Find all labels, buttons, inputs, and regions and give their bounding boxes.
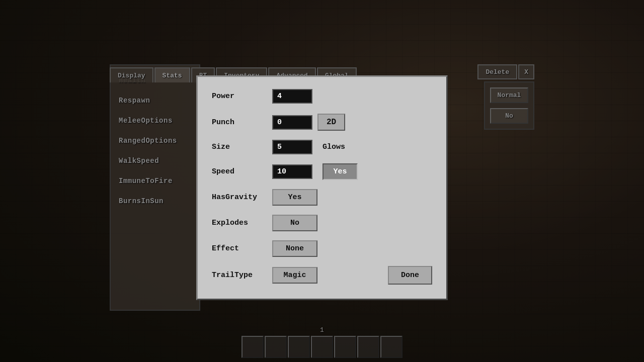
punch-label: Punch [212, 118, 267, 127]
explodes-label: Explodes [212, 219, 267, 227]
power-group: Power [212, 89, 312, 104]
glows-group: Glows [323, 143, 378, 151]
power-label: Power [212, 92, 267, 101]
power-input[interactable] [272, 89, 312, 104]
dialog-overlay: Power Punch 2D Size Glows Speed [0, 0, 644, 362]
punch-input[interactable] [272, 115, 312, 130]
trail-type-button[interactable]: Magic [272, 267, 317, 284]
row-has-gravity: HasGravity Yes [212, 189, 432, 206]
punch-2d-button[interactable]: 2D [317, 114, 345, 131]
row-trail-done: TrailType Magic Done [212, 266, 432, 285]
row-speed-glows-btn: Speed Yes [212, 163, 432, 180]
row-size-glows: Size Glows [212, 140, 432, 154]
has-gravity-label: HasGravity [212, 193, 267, 202]
dialog: Power Punch 2D Size Glows Speed [196, 75, 448, 300]
speed-label: Speed [212, 167, 267, 176]
explodes-button[interactable]: No [272, 215, 317, 231]
size-input[interactable] [272, 140, 312, 154]
effect-button[interactable]: None [272, 240, 317, 257]
size-label: Size [212, 143, 267, 151]
glows-btn-group: Yes [323, 163, 358, 180]
glows-yes-button[interactable]: Yes [323, 163, 358, 180]
glows-label: Glows [323, 143, 378, 151]
row-explodes: Explodes No [212, 215, 432, 231]
effect-label: Effect [212, 244, 267, 253]
trail-group: TrailType Magic [212, 267, 317, 284]
size-group: Size [212, 140, 312, 154]
done-button[interactable]: Done [388, 266, 432, 285]
row-effect: Effect None [212, 240, 432, 257]
speed-input[interactable] [272, 164, 312, 179]
punch-group: Punch 2D [212, 114, 345, 131]
has-gravity-button[interactable]: Yes [272, 189, 317, 206]
speed-group: Speed [212, 164, 312, 179]
trail-type-label: TrailType [212, 271, 267, 280]
row-power-punch: Power Punch 2D [212, 89, 432, 131]
